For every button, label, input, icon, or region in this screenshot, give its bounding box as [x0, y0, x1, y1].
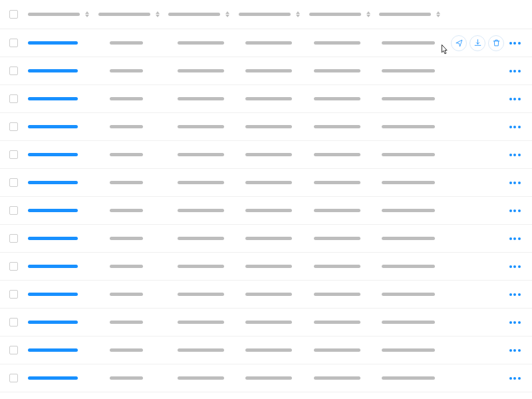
- row-checkbox-cell[interactable]: [9, 39, 28, 47]
- row-checkbox[interactable]: [9, 234, 18, 243]
- dot: [518, 349, 521, 352]
- primary-link-placeholder: [28, 41, 78, 45]
- row-checkbox-cell[interactable]: [9, 374, 28, 382]
- table-row[interactable]: [0, 141, 532, 169]
- row-checkbox[interactable]: [9, 94, 18, 103]
- more-actions-button[interactable]: [507, 293, 523, 296]
- row-checkbox-cell[interactable]: [9, 318, 28, 327]
- table-row[interactable]: [0, 253, 532, 281]
- data-cell[interactable]: [28, 97, 110, 100]
- text-placeholder: [314, 153, 360, 156]
- row-actions: [450, 321, 523, 324]
- data-cell: [110, 321, 178, 324]
- row-checkbox[interactable]: [9, 39, 18, 47]
- more-actions-button[interactable]: [507, 98, 523, 100]
- table-row[interactable]: [0, 364, 532, 392]
- share-button[interactable]: [451, 35, 467, 51]
- data-cell[interactable]: [28, 153, 110, 156]
- row-checkbox-cell[interactable]: [9, 234, 28, 243]
- table-row[interactable]: [0, 85, 532, 113]
- text-placeholder: [314, 41, 360, 45]
- dot: [509, 377, 512, 380]
- data-cell[interactable]: [28, 348, 110, 352]
- dot: [513, 70, 516, 72]
- more-actions-button[interactable]: [507, 321, 523, 324]
- more-actions-button[interactable]: [507, 70, 523, 72]
- data-cell: [178, 97, 245, 100]
- column-header-4[interactable]: [239, 11, 309, 17]
- data-cell[interactable]: [28, 293, 110, 296]
- column-header-6[interactable]: [379, 11, 450, 17]
- more-actions-button[interactable]: [507, 377, 523, 380]
- row-actions: [450, 265, 523, 268]
- table-row[interactable]: [0, 225, 532, 253]
- row-checkbox[interactable]: [9, 178, 18, 187]
- column-header-5[interactable]: [309, 11, 380, 17]
- table-row[interactable]: [0, 392, 532, 399]
- table-row[interactable]: [0, 309, 532, 336]
- table-row[interactable]: [0, 281, 532, 309]
- data-cell[interactable]: [28, 376, 110, 380]
- more-actions-button[interactable]: [507, 209, 523, 212]
- more-actions-button[interactable]: [507, 237, 523, 240]
- row-checkbox[interactable]: [9, 66, 18, 75]
- row-checkbox-cell[interactable]: [9, 150, 28, 159]
- data-cell[interactable]: [28, 321, 110, 324]
- more-actions-button[interactable]: [507, 42, 523, 45]
- sort-icon[interactable]: [85, 11, 89, 17]
- row-checkbox-cell[interactable]: [9, 206, 28, 215]
- table-row[interactable]: [0, 29, 532, 57]
- sort-icon[interactable]: [225, 11, 229, 17]
- primary-link-placeholder: [28, 125, 78, 128]
- more-actions-button[interactable]: [507, 182, 523, 184]
- data-cell[interactable]: [28, 237, 110, 240]
- row-checkbox[interactable]: [9, 290, 18, 299]
- data-cell[interactable]: [28, 265, 110, 268]
- row-checkbox-cell[interactable]: [9, 94, 28, 103]
- table-row[interactable]: [0, 169, 532, 197]
- data-cell[interactable]: [28, 209, 110, 212]
- data-cell[interactable]: [28, 69, 110, 72]
- table-row[interactable]: [0, 197, 532, 225]
- text-placeholder: [178, 97, 224, 100]
- data-cell[interactable]: [28, 125, 110, 128]
- table-row[interactable]: [0, 57, 532, 85]
- table-row[interactable]: [0, 336, 532, 364]
- column-header-2[interactable]: [98, 11, 169, 17]
- text-placeholder: [245, 153, 292, 156]
- row-checkbox[interactable]: [9, 122, 18, 131]
- row-checkbox-cell[interactable]: [9, 346, 28, 354]
- row-checkbox-cell[interactable]: [9, 66, 28, 75]
- select-all-cell[interactable]: [9, 10, 28, 19]
- row-checkbox-cell[interactable]: [9, 262, 28, 271]
- more-actions-button[interactable]: [507, 154, 523, 156]
- row-checkbox[interactable]: [9, 318, 18, 327]
- more-actions-button[interactable]: [507, 349, 523, 352]
- table-row[interactable]: [0, 113, 532, 141]
- more-actions-button[interactable]: [507, 265, 523, 268]
- sort-icon[interactable]: [156, 11, 160, 17]
- sort-icon[interactable]: [366, 11, 370, 17]
- sort-icon[interactable]: [296, 11, 300, 17]
- dot: [513, 126, 516, 128]
- data-cell[interactable]: [28, 181, 110, 184]
- text-placeholder: [314, 181, 360, 184]
- more-actions-button[interactable]: [507, 126, 523, 128]
- row-checkbox[interactable]: [9, 374, 18, 382]
- row-checkbox[interactable]: [9, 150, 18, 159]
- download-button[interactable]: [469, 35, 485, 51]
- row-checkbox-cell[interactable]: [9, 290, 28, 299]
- data-cell[interactable]: [28, 41, 110, 45]
- column-header-3[interactable]: [168, 11, 239, 17]
- row-checkbox-cell[interactable]: [9, 122, 28, 131]
- row-checkbox[interactable]: [9, 206, 18, 215]
- row-checkbox-cell[interactable]: [9, 178, 28, 187]
- sort-icon[interactable]: [436, 11, 440, 17]
- dot: [509, 182, 512, 184]
- select-all-checkbox[interactable]: [9, 10, 18, 19]
- text-placeholder: [178, 321, 224, 324]
- row-checkbox[interactable]: [9, 346, 18, 354]
- delete-button[interactable]: [488, 35, 504, 51]
- column-header-1[interactable]: [28, 11, 98, 17]
- row-checkbox[interactable]: [9, 262, 18, 271]
